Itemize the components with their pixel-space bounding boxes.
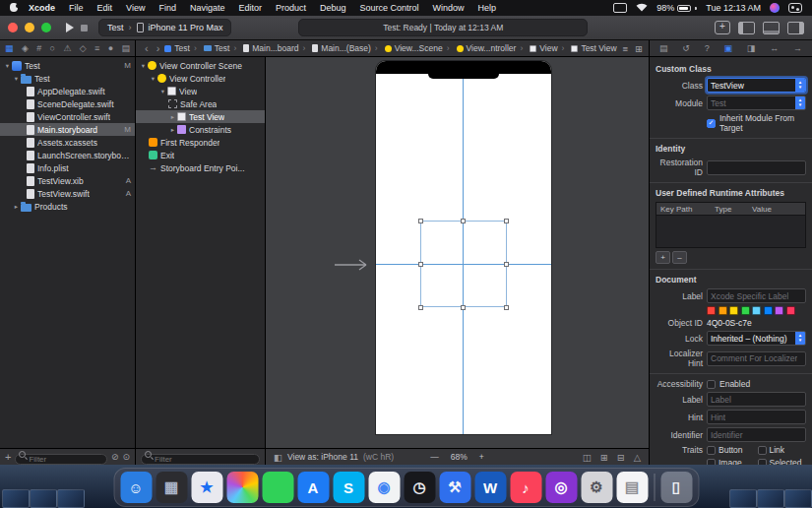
file-row-products[interactable]: Products	[0, 200, 135, 213]
disclosure-triangle[interactable]	[12, 75, 21, 83]
resize-handle[interactable]	[418, 219, 423, 223]
desktop-file-thumbnail[interactable]	[757, 489, 784, 508]
localizer-hint-field[interactable]: Comment For Localizer	[707, 351, 806, 366]
outline-row-first-responder[interactable]: First Responder	[136, 136, 265, 149]
quick-help-inspector-icon[interactable]: ?	[705, 43, 710, 53]
storyboard-entry-arrow[interactable]	[335, 258, 374, 272]
resize-handle[interactable]	[418, 305, 423, 310]
dock-icon-photos[interactable]	[226, 472, 258, 503]
accessibility-hint-field[interactable]: Hint	[707, 410, 806, 424]
dock-icon-podcasts[interactable]: ◎	[545, 472, 577, 503]
document-label-field[interactable]: Xcode Specific Label	[707, 288, 806, 303]
outline-row-view[interactable]: View	[136, 85, 265, 97]
dock-icon-clock[interactable]: ◷	[404, 472, 435, 503]
desktop-file-thumbnail[interactable]	[57, 489, 85, 508]
minimize-button[interactable]	[25, 23, 34, 32]
canvas-area[interactable]	[266, 57, 649, 448]
module-dropdown-button[interactable]	[795, 96, 805, 109]
source-control-navigator-icon[interactable]: ◈	[21, 43, 30, 53]
dock-icon-chrome[interactable]: ◉	[368, 472, 400, 503]
menu-app-name[interactable]: Xcode	[22, 3, 62, 13]
symbol-navigator-icon[interactable]: #	[35, 43, 42, 53]
menu-navigate[interactable]: Navigate	[183, 3, 232, 13]
label-color-swatch[interactable]	[741, 306, 750, 315]
forward-button[interactable]: ›	[154, 42, 163, 54]
navigator-filter-input[interactable]	[15, 454, 106, 465]
lock-dropdown[interactable]: Inherited – (Nothing)	[707, 331, 806, 346]
lock-dropdown-button[interactable]	[795, 332, 805, 345]
file-row-viewcontroller[interactable]: ViewController.swift	[0, 110, 135, 123]
menu-edit[interactable]: Edit	[91, 3, 120, 13]
menu-help[interactable]: Help	[471, 3, 504, 13]
filter-recent-icon[interactable]: ⊘	[111, 452, 119, 462]
dock-icon-launchpad[interactable]: ▦	[156, 472, 187, 503]
test-navigator-icon[interactable]: ◇	[79, 43, 88, 53]
label-color-swatch[interactable]	[718, 306, 727, 315]
zoom-out-button[interactable]: —	[430, 452, 439, 462]
filter-source-control-icon[interactable]: ⊙	[122, 452, 130, 462]
selected-test-view[interactable]	[420, 221, 507, 307]
device-view-iphone-11[interactable]	[376, 61, 551, 434]
zoom-level[interactable]: 68%	[451, 452, 468, 462]
label-color-swatch[interactable]	[707, 306, 716, 315]
connections-inspector-icon[interactable]: →	[793, 43, 802, 53]
resize-handle[interactable]	[504, 305, 509, 310]
menu-file[interactable]: File	[62, 3, 91, 13]
resize-handle[interactable]	[461, 305, 466, 310]
desktop-file-thumbnail[interactable]	[2, 489, 30, 508]
dock-icon-messages[interactable]	[262, 472, 293, 503]
close-button[interactable]	[8, 23, 18, 32]
dock-icon-finder[interactable]: ☺	[120, 472, 152, 503]
outline-row-safe-area[interactable]: Safe Area	[136, 97, 265, 110]
outline-filter-input[interactable]	[141, 454, 260, 465]
accessibility-enabled-checkbox[interactable]	[707, 380, 716, 389]
remove-runtime-attribute-button[interactable]: –	[672, 251, 687, 264]
breadcrumb-view-controller[interactable]: View...ntroller	[443, 43, 517, 53]
dock-icon-xcode[interactable]: ⚒	[439, 472, 470, 503]
outline-row-entry-point[interactable]: →Storyboard Entry Poi...	[136, 161, 265, 174]
outline-row-view-controller[interactable]: View Controller	[136, 72, 265, 85]
outline-toggle-icon[interactable]: ◧	[274, 452, 282, 463]
file-row-testview-xib[interactable]: TestView.xibA	[0, 174, 135, 187]
scheme-selector[interactable]: Test › iPhone 11 Pro Max	[98, 19, 231, 36]
desktop-file-thumbnail[interactable]	[729, 489, 757, 508]
dock-icon-trash[interactable]: ▯	[660, 472, 692, 503]
breadcrumb-group[interactable]: Test	[190, 43, 229, 53]
file-row-assets[interactable]: Assets.xcassets	[0, 136, 135, 149]
resolve-autolayout-icon[interactable]: △	[634, 452, 641, 463]
file-row-testview-swift[interactable]: TestView.swiftA	[0, 187, 135, 200]
label-color-swatch[interactable]	[775, 306, 783, 315]
menu-find[interactable]: Find	[152, 3, 183, 13]
menu-product[interactable]: Product	[269, 3, 313, 13]
outline-filter[interactable]	[141, 448, 260, 466]
file-row-main-storyboard[interactable]: Main.storyboardM	[0, 123, 135, 136]
menu-view[interactable]: View	[119, 3, 152, 13]
desktop-file-thumbnail[interactable]	[30, 489, 57, 508]
disclosure-triangle[interactable]	[139, 62, 148, 70]
scheme-name[interactable]: Test	[107, 23, 124, 32]
menu-source-control[interactable]: Source Control	[353, 3, 426, 13]
project-navigator-icon[interactable]: ▦	[4, 43, 15, 53]
dock-icon-system-preferences[interactable]: ⚙	[581, 472, 612, 503]
dock-icon-document[interactable]: ▤	[616, 472, 648, 503]
zoom-button[interactable]	[41, 23, 51, 32]
file-row-infoplist[interactable]: Info.plist	[0, 161, 135, 174]
history-inspector-icon[interactable]: ↺	[682, 43, 690, 53]
outline-row-constraints[interactable]: Constraints	[136, 123, 265, 136]
runtime-attributes-table[interactable]	[656, 216, 806, 248]
module-field[interactable]: Test	[707, 95, 806, 110]
resize-handle[interactable]	[504, 219, 509, 223]
view-as-label[interactable]: View as: iPhone 11	[287, 452, 358, 462]
attributes-inspector-icon[interactable]: ◨	[747, 43, 756, 53]
file-inspector-icon[interactable]: ▤	[659, 43, 668, 53]
navigator-filter[interactable]	[15, 448, 106, 466]
label-color-swatch[interactable]	[786, 306, 795, 315]
class-dropdown-button[interactable]	[795, 79, 805, 92]
dock-icon-word[interactable]: W	[474, 472, 506, 503]
size-inspector-icon[interactable]: ↔	[770, 43, 779, 53]
outline-row-scene[interactable]: View Controller Scene	[136, 59, 265, 72]
outline-row-test-view[interactable]: Test View	[136, 110, 265, 123]
embed-in-icon[interactable]: ◫	[583, 452, 592, 463]
disclosure-triangle[interactable]	[168, 126, 177, 134]
label-color-swatch[interactable]	[752, 306, 761, 315]
